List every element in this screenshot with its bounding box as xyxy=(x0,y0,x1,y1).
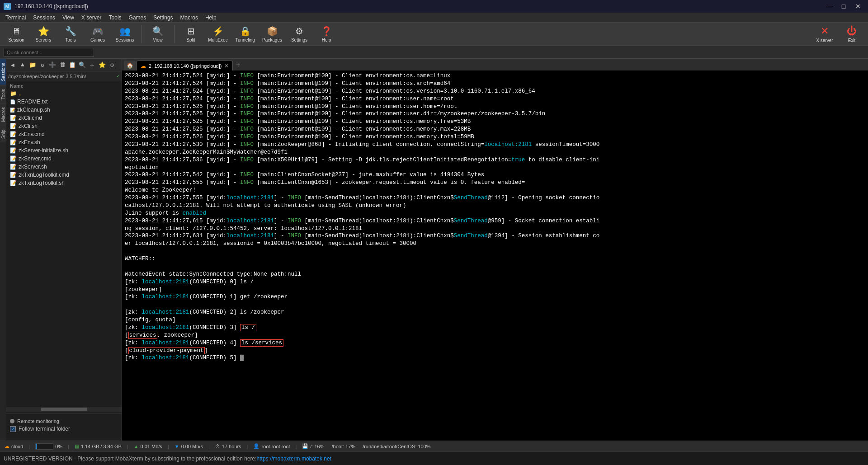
toolbar-exit[interactable]: ⏻ Exit xyxy=(839,23,864,45)
games-label: Games xyxy=(90,38,105,42)
settings-icon: ⚙ xyxy=(295,26,303,37)
term-line-21: [zookeeper] xyxy=(125,286,865,294)
status-cpu-label: 0% xyxy=(55,444,62,449)
menu-tools[interactable]: Tools xyxy=(105,13,125,23)
toolbar-servers[interactable]: ⭐ Servers xyxy=(31,23,56,45)
tab-active[interactable]: ☁ 2. 192.168.10.140 ([springcloud]) ✕ xyxy=(137,61,233,70)
remote-monitoring[interactable]: Remote monitoring xyxy=(10,418,118,425)
tree-item-zkenv-cmd[interactable]: 📝 zkEnv.cmd xyxy=(6,130,122,138)
tree-item-zkserver-cmd[interactable]: 📝 zkServer.cmd xyxy=(6,155,122,163)
terminal-content[interactable]: 2023-08-21 21:41:27,524 [myid:] - INFO [… xyxy=(122,70,868,441)
tree-item-zkserver-sh-label: zkServer.sh xyxy=(19,164,47,170)
sessions-nav-up[interactable]: ▲ xyxy=(18,61,27,70)
unreg-link[interactable]: https://mobaxterm.mobatek.net xyxy=(257,456,331,462)
sessions-search[interactable]: 🔍 xyxy=(78,61,87,70)
sessions-refresh[interactable]: ↻ xyxy=(38,61,47,70)
scrollbar-thumb[interactable] xyxy=(41,408,87,411)
sessions-delete[interactable]: 🗑 xyxy=(58,61,67,70)
tree-item-zkcleanup[interactable]: 📝 zkCleanup.sh xyxy=(6,106,122,114)
status-disk1-label: /: 16% xyxy=(310,444,324,449)
sessions-toolbar: ◀ ▲ 📁 ↻ ➕ 🗑 📋 🔍 ✏ ⭐ ⚙ xyxy=(6,59,122,71)
toolbar-divider-1 xyxy=(141,25,142,43)
sessions-star[interactable]: ⭐ xyxy=(98,61,107,70)
toolbar-xserver[interactable]: ✕ X server xyxy=(812,23,837,45)
side-tab-sessions[interactable]: Sessions xyxy=(0,59,6,85)
tree-item-zkserver-init[interactable]: 📝 zkServer-initialize.sh xyxy=(6,146,122,155)
horizontal-scrollbar[interactable] xyxy=(6,407,122,412)
toolbar-split[interactable]: ⊞ Split xyxy=(178,23,203,45)
menu-sessions[interactable]: Sessions xyxy=(29,13,59,23)
tree-item-zkcli-cmd[interactable]: 📝 zkCli.cmd xyxy=(6,114,122,122)
tree-item-zkserver-sh[interactable]: 📝 zkServer.sh xyxy=(6,163,122,171)
term-line-20: [zk: localhost:2181(CONNECTED) 0] ls / xyxy=(125,278,865,286)
menu-help[interactable]: Help xyxy=(202,13,220,23)
menu-games[interactable]: Games xyxy=(125,13,150,23)
tree-item-parent-label: .. xyxy=(19,90,22,97)
status-netdown: ▼ 0.00 Mb/s xyxy=(173,444,205,449)
tree-item-zkcleanup-label: zkCleanup.sh xyxy=(17,107,50,113)
tab-new-button[interactable]: + xyxy=(233,61,243,70)
unreg-bar: UNREGISTERED VERSION - Please support Mo… xyxy=(0,451,868,465)
menu-xserver[interactable]: X server xyxy=(78,13,105,23)
split-label: Split xyxy=(186,38,195,42)
tree-item-zkenv-sh[interactable]: 📝 zkEnv.sh xyxy=(6,138,122,146)
sh-icon-1: 📝 xyxy=(10,108,15,113)
tree-item-parent[interactable]: 📁 .. xyxy=(6,89,122,98)
menu-macros[interactable]: Macros xyxy=(177,13,202,23)
sessions-nav-back[interactable]: ◀ xyxy=(8,61,17,70)
toolbar-tools[interactable]: 🔧 Tools xyxy=(58,23,83,45)
sessions-copy[interactable]: 📋 xyxy=(68,61,77,70)
toolbar-settings[interactable]: ⚙ Settings xyxy=(287,23,312,45)
session-icon: 🖥 xyxy=(12,26,21,37)
term-line-17b: ng session, client: /127.0.0.1:54452, se… xyxy=(125,225,865,233)
toolbar-games[interactable]: 🎮 Games xyxy=(85,23,110,45)
menu-terminal[interactable]: Terminal xyxy=(2,13,29,23)
servers-label: Servers xyxy=(36,38,51,42)
tree-item-zktxn-sh-label: zkTxnLogToolkit.sh xyxy=(19,180,65,186)
tree-item-zktxn-cmd[interactable]: 📝 zkTxnLogToolkit.cmd xyxy=(6,171,122,179)
toolbar-session[interactable]: 🖥 Session xyxy=(4,23,29,45)
maximize-button[interactable]: □ xyxy=(837,0,850,13)
side-tab-macros[interactable]: Macros xyxy=(0,103,6,126)
term-line-blank3 xyxy=(125,301,865,309)
sessions-settings[interactable]: ⚙ xyxy=(108,61,117,70)
tree-item-zkcli-sh[interactable]: 📝 zkCli.sh xyxy=(6,122,122,130)
tab-close-button[interactable]: ✕ xyxy=(224,63,229,69)
cpu-graph xyxy=(35,443,53,450)
toolbar-packages[interactable]: 📦 Packages xyxy=(259,23,285,45)
sessions-icon: 👥 xyxy=(119,26,131,37)
toolbar-help[interactable]: ❓ Help xyxy=(314,23,339,45)
sessions-add[interactable]: ➕ xyxy=(48,61,57,70)
toolbar-sessions[interactable]: 👥 Sessions xyxy=(112,23,137,45)
status-cpu: 0% xyxy=(33,443,64,450)
app-icon: M xyxy=(4,3,11,10)
toolbar: 🖥 Session ⭐ Servers 🔧 Tools 🎮 Games 👥 Se… xyxy=(0,23,868,46)
quick-connect-input[interactable] xyxy=(4,48,94,57)
tree-item-readme[interactable]: 📄 README.txt xyxy=(6,98,122,106)
toolbar-view[interactable]: 🔍 View xyxy=(145,23,170,45)
view-label: View xyxy=(153,38,163,42)
side-tab-snip[interactable]: Snip xyxy=(0,126,6,142)
toolbar-multiexec[interactable]: ⚡ MultiExec xyxy=(205,23,231,45)
tree-item-zkcli-cmd-label: zkCli.cmd xyxy=(19,115,42,121)
term-line-9: 2023-08-21 21:41:27,526 [myid:] - INFO [… xyxy=(125,133,865,141)
side-panel-tabs: Sessions Tools Macros Snip xyxy=(0,59,6,441)
tab-home[interactable]: 🏠 xyxy=(124,61,136,70)
toolbar-tunneling[interactable]: 🔒 Tunneling xyxy=(232,23,258,45)
side-tab-tools[interactable]: Tools xyxy=(0,85,6,103)
title-bar-controls: — □ ✕ xyxy=(823,0,864,13)
term-line-5: 2023-08-21 21:41:27,525 [myid:] - INFO [… xyxy=(125,103,865,111)
status-mem-label: 1.14 GB / 3.84 GB xyxy=(81,444,122,449)
user-icon: 👤 xyxy=(253,443,259,449)
sessions-text-edit[interactable]: ✏ xyxy=(88,61,97,70)
close-button[interactable]: ✕ xyxy=(852,0,864,13)
follow-folder[interactable]: ✓ Follow terminal folder xyxy=(10,425,118,433)
minimize-button[interactable]: — xyxy=(823,0,835,13)
follow-folder-checkbox[interactable]: ✓ xyxy=(10,426,16,432)
menu-settings[interactable]: Settings xyxy=(150,13,176,23)
quick-connect-bar xyxy=(0,46,868,59)
tunneling-icon: 🔒 xyxy=(240,26,251,37)
sessions-new-folder[interactable]: 📁 xyxy=(28,61,37,70)
menu-view[interactable]: View xyxy=(59,13,78,23)
tree-item-zktxn-sh[interactable]: 📝 zkTxnLogToolkit.sh xyxy=(6,179,122,187)
